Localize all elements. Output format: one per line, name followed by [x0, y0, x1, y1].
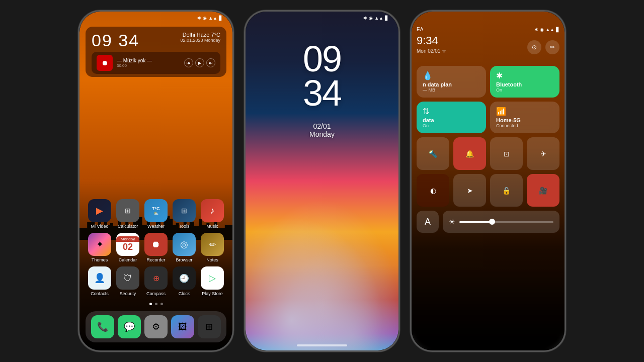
sig-icon-2: ▲▲: [374, 16, 383, 21]
app-calendar[interactable]: Monday 02 Calendar: [115, 233, 141, 262]
weather-icon: 7°C ⛅: [144, 199, 168, 222]
phone-2-background: ✱ ◉ ▲▲ ▊ 09 34 02/01 Monday: [246, 12, 398, 350]
recorder-label: Recorder: [146, 257, 165, 262]
app-compass[interactable]: ⊕ Compass: [143, 266, 169, 296]
cloud-layer: [246, 200, 398, 350]
cp-mobile-title: data: [423, 117, 480, 123]
status-bar-1: ✱ ◉ ▲▲ ▊: [79, 12, 232, 23]
phone-1: ✱ ◉ ▲▲ ▊ 09 34 Delhi Haze 7°C 02.01.2023…: [78, 10, 234, 352]
dock: 📞 💬 ⚙ 🖼: [86, 311, 226, 342]
cp-mobile-tile[interactable]: ⇅ data On: [417, 102, 486, 133]
app-contacts[interactable]: 👤 Contacts: [87, 266, 113, 296]
dock-phone[interactable]: 📞: [91, 315, 114, 338]
app-calculator[interactable]: ⊞ Calculator: [115, 199, 141, 229]
app-recorder[interactable]: ⏺ Recorder: [143, 233, 169, 262]
cp-mute-toggle[interactable]: 🔔: [453, 137, 486, 170]
mivideo-label: Mi Video: [91, 224, 109, 229]
cp-wifi-tile[interactable]: 📶 Home-5G Connected: [490, 102, 559, 133]
music-bar: ⏺ — Müzik yok — 30:00 ⏮ ▶ ⏭: [92, 52, 220, 74]
dock-gallery[interactable]: 🖼: [171, 315, 194, 338]
dock-phone-icon: 📞: [91, 315, 114, 338]
themes-label: Themes: [92, 257, 108, 262]
status-bar-2: ✱ ◉ ▲▲ ▊: [246, 12, 398, 23]
app-mivideo[interactable]: ▶ Mi Video: [87, 199, 113, 229]
app-playstore[interactable]: ▷ Play Store: [199, 266, 225, 296]
widget-time: 09 34: [92, 32, 139, 49]
dock-messages[interactable]: 💬: [118, 315, 141, 338]
app-clock[interactable]: 🕘 Clock: [171, 266, 197, 296]
browser-label: Browser: [176, 257, 192, 262]
play-button[interactable]: ▶: [195, 58, 204, 67]
phone2-date-line2: Monday: [246, 130, 398, 138]
cp-lock-toggle[interactable]: 🔒: [490, 174, 523, 207]
phone-3-background: EA ✱ ◉ ▲▲ ▊ 9:34 Mon 02/01 ☆ ⊙: [412, 12, 565, 350]
cp-bt-tile-icon: ✱: [496, 71, 553, 80]
compass-label: Compass: [146, 291, 166, 296]
calendar-label: Calendar: [119, 257, 137, 262]
app-security[interactable]: 🛡 Security: [115, 266, 141, 296]
phone2-time: 09 34: [246, 42, 398, 111]
cp-toggles-row2: ◐ ➤ 🔒 🎥: [417, 174, 559, 207]
cp-data-plan-tile[interactable]: 💧 n data plan — MB: [417, 66, 486, 98]
app-tools[interactable]: ⊞ Tools: [171, 199, 197, 229]
phone2-minute: 34: [246, 76, 398, 110]
widget-city: Delhi Haze 7°C: [180, 32, 220, 38]
cp-data-title: n data plan: [423, 81, 480, 87]
cp-brightness-fill: [459, 221, 492, 223]
dock-camera[interactable]: ⊞: [198, 315, 221, 338]
music-app-icon: ♪: [201, 199, 224, 222]
music-controls[interactable]: ⏮ ▶ ⏭: [184, 58, 215, 67]
cp-toggles-row1: 🔦 🔔 ⊡ ✈: [417, 137, 559, 170]
cp-edit-icon[interactable]: ✏: [545, 40, 559, 54]
cp-wifi-icon: 📶: [496, 107, 553, 116]
cp-font-size-button[interactable]: A: [417, 211, 439, 233]
app-row-3: 👤 Contacts 🛡 Security ⊕ C: [86, 266, 226, 296]
cp-time: 9:34: [417, 34, 446, 47]
cp-wifi-title: Home-5G: [496, 117, 553, 123]
phone-3-screen: EA ✱ ◉ ▲▲ ▊ 9:34 Mon 02/01 ☆ ⊙: [412, 12, 565, 350]
cp-video-toggle[interactable]: 🎥: [527, 174, 559, 207]
app-browser[interactable]: ◎ Browser: [171, 233, 197, 262]
clock-icon: 🕘: [173, 266, 196, 290]
music-info: — Müzik yok — 30:00: [117, 58, 180, 68]
cp-location-icon[interactable]: ⊙: [527, 40, 541, 54]
cp-date: Mon 02/01 ☆: [417, 48, 446, 54]
page-dot-2: [155, 303, 157, 305]
app-weather[interactable]: 7°C ⛅ Weather: [143, 199, 169, 229]
dock-settings-icon: ⚙: [144, 315, 168, 338]
home-indicator: [297, 344, 347, 346]
cp-torch-toggle[interactable]: 🔦: [417, 137, 449, 170]
page-dot-3: [160, 303, 163, 305]
cp-airplane-toggle[interactable]: ✈: [527, 137, 559, 170]
music-label: Music: [206, 224, 218, 229]
dock-camera-icon: ⊞: [198, 315, 221, 338]
cp-bottom-tiles: ⇅ data On 📶 Home-5G Connected: [417, 102, 559, 133]
next-button[interactable]: ⏭: [206, 58, 215, 67]
themes-icon: ✦: [88, 233, 111, 256]
cp-bluetooth-tile[interactable]: ✱ Bluetooth On: [490, 66, 559, 98]
app-themes[interactable]: ✦ Themes: [87, 233, 113, 262]
cp-mobile-icon: ⇅: [423, 107, 480, 116]
notes-label: Notes: [206, 257, 218, 262]
cp-nav-toggle[interactable]: ➤: [453, 174, 486, 207]
phone2-hour: 09: [246, 42, 398, 76]
app-notes[interactable]: ✏ Notes: [199, 233, 225, 262]
cp-brightness-slider[interactable]: ☀: [443, 211, 559, 233]
calendar-icon: Monday 02: [116, 233, 139, 256]
page-dot-1: [149, 303, 152, 305]
cp-screen-toggle[interactable]: ⊡: [490, 137, 523, 170]
cp-bt-title: Bluetooth: [496, 81, 553, 87]
cp-data-sub: — MB: [423, 87, 480, 93]
dock-settings[interactable]: ⚙: [144, 315, 168, 338]
notification-icon: ◉: [203, 16, 207, 21]
app-music[interactable]: ♪ Music: [199, 199, 225, 229]
cp-night-toggle[interactable]: ◐: [417, 174, 449, 207]
cp-status-row: EA ✱ ◉ ▲▲ ▊: [417, 27, 559, 32]
dock-gallery-icon: 🖼: [171, 315, 194, 338]
widget-date: 02.01.2023 Monday: [180, 38, 220, 43]
cp-brightness-icon: ☀: [449, 218, 455, 226]
cp-brightness-row: A ☀: [417, 211, 559, 233]
widget-top: 09 34 Delhi Haze 7°C 02.01.2023 Monday: [92, 32, 220, 49]
prev-button[interactable]: ⏮: [184, 58, 193, 67]
music-icon: ⏺: [97, 55, 113, 71]
